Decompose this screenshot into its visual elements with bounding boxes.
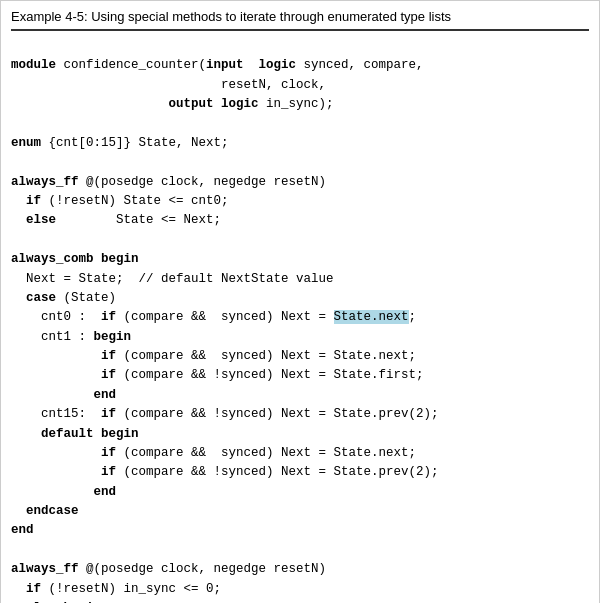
kw-if8: if bbox=[26, 582, 41, 596]
kw-begin3: begin bbox=[101, 427, 139, 441]
kw-end3: end bbox=[94, 485, 117, 499]
kw-always-ff1: always_ff bbox=[11, 175, 79, 189]
kw-default: default bbox=[41, 427, 94, 441]
kw-if5: if bbox=[101, 407, 116, 421]
kw-output: output bbox=[169, 97, 214, 111]
title-bar: Example 4-5: Using special methods to it… bbox=[11, 9, 589, 31]
code-block: module confidence_counter(input logic sy… bbox=[11, 37, 589, 603]
kw-input: input bbox=[206, 58, 244, 72]
kw-logic2: logic bbox=[221, 97, 259, 111]
kw-if7: if bbox=[101, 465, 116, 479]
kw-if2: if bbox=[101, 310, 116, 324]
kw-begin1: begin bbox=[101, 252, 139, 266]
main-container: Example 4-5: Using special methods to it… bbox=[0, 0, 600, 603]
kw-begin2: begin bbox=[94, 330, 132, 344]
kw-always-comb: always_comb bbox=[11, 252, 94, 266]
kw-module: module bbox=[11, 58, 56, 72]
kw-case: case bbox=[26, 291, 56, 305]
kw-if3: if bbox=[101, 349, 116, 363]
title-text: Example 4-5: Using special methods to it… bbox=[11, 9, 451, 24]
kw-if6: if bbox=[101, 446, 116, 460]
kw-end1: end bbox=[11, 523, 34, 537]
kw-endcase: endcase bbox=[26, 504, 79, 518]
kw-if1: if bbox=[26, 194, 41, 208]
kw-always-ff2: always_ff bbox=[11, 562, 79, 576]
kw-else1: else bbox=[26, 213, 56, 227]
kw-enum: enum bbox=[11, 136, 41, 150]
highlight-state-next-1: State.next bbox=[334, 310, 409, 324]
kw-if4: if bbox=[101, 368, 116, 382]
kw-logic1: logic bbox=[259, 58, 297, 72]
kw-end2: end bbox=[94, 388, 117, 402]
